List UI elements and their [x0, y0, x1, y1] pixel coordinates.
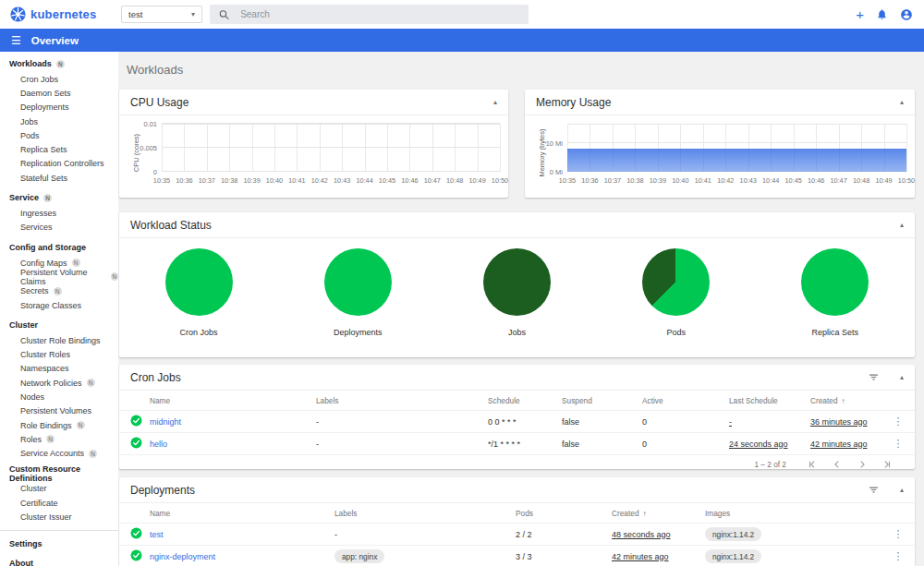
- x-axis-tick: 10:42: [311, 176, 328, 185]
- namespace-selector[interactable]: test ▾: [121, 6, 202, 23]
- sidebar-item-storage-classes[interactable]: Storage Classes: [0, 298, 118, 312]
- sidebar-item-cluster-roles[interactable]: Cluster Roles: [0, 347, 118, 361]
- sort-ascending-icon: ↑: [842, 397, 845, 405]
- column-header-pods[interactable]: Pods: [516, 509, 612, 518]
- sidebar-item-label: Daemon Sets: [20, 89, 71, 98]
- sidebar-item-label: Config Maps: [20, 259, 67, 268]
- table-row[interactable]: hello-*/1 * * * *false024 seconds ago42 …: [119, 432, 915, 454]
- pie-chart: [324, 248, 392, 316]
- sidebar-item-role-bindings[interactable]: Role BindingsN: [0, 418, 118, 432]
- cell-created: 36 minutes ago: [810, 417, 887, 427]
- cell-pods: 2 / 2: [516, 530, 612, 539]
- sidebar-item-jobs[interactable]: Jobs: [0, 114, 118, 128]
- cpu-y-axis-label: CPU (cores): [132, 126, 140, 181]
- column-header-suspend[interactable]: Suspend: [562, 396, 642, 405]
- next-page-icon[interactable]: [857, 460, 867, 469]
- first-page-icon[interactable]: [808, 460, 817, 469]
- collapse-up-icon[interactable]: ▴: [900, 221, 904, 229]
- menu-hamburger-icon[interactable]: ☰: [11, 34, 21, 47]
- sidebar-item-service-accounts[interactable]: Service AccountsN: [0, 447, 118, 461]
- resource-name-link[interactable]: test: [150, 530, 164, 539]
- kubernetes-logo[interactable]: kubernetes: [10, 6, 112, 22]
- x-axis-tick: 10:39: [243, 176, 260, 185]
- resource-name-link[interactable]: nginx-deployment: [150, 552, 215, 561]
- chart-gridline: [274, 124, 275, 172]
- column-header-labels[interactable]: Labels: [334, 509, 516, 518]
- pie-chart-label: Deployments: [334, 328, 383, 337]
- create-plus-icon[interactable]: +: [856, 7, 864, 21]
- sidebar-section-workloads[interactable]: WorkloadsN: [0, 55, 118, 72]
- account-user-icon[interactable]: [900, 8, 913, 21]
- sidebar-item-daemon-sets[interactable]: Daemon Sets: [0, 86, 118, 100]
- x-axis-tick: 10:38: [626, 176, 643, 185]
- x-axis-tick: 10:47: [830, 176, 846, 185]
- search-input[interactable]: [240, 9, 519, 19]
- sidebar-item-persistent-volume-claims[interactable]: Persistent Volume ClaimsN: [0, 270, 118, 283]
- column-header-created[interactable]: Created↑: [612, 509, 705, 518]
- sidebar-item-settings[interactable]: Settings: [0, 535, 118, 554]
- row-menu-ellipsis-icon[interactable]: ⋮: [887, 415, 915, 428]
- resource-name-link[interactable]: hello: [150, 440, 167, 449]
- sort-ascending-icon: ↑: [643, 510, 647, 518]
- pie-chart: [801, 248, 869, 316]
- column-header-last-schedule[interactable]: Last Schedule: [729, 396, 810, 405]
- column-header-images[interactable]: Images: [705, 509, 887, 518]
- column-header-active[interactable]: Active: [642, 396, 729, 405]
- x-axis-tick: 10:41: [695, 176, 711, 185]
- column-header-name[interactable]: Name: [150, 509, 334, 518]
- sidebar-item-certificate[interactable]: Certificate: [0, 496, 118, 510]
- sidebar-item-label: Cluster: [20, 484, 47, 493]
- last-page-icon[interactable]: [882, 460, 892, 469]
- sidebar-section-cluster[interactable]: Cluster: [0, 317, 118, 333]
- sidebar-section-custom-resource-definitions[interactable]: Custom Resource Definitions: [0, 465, 118, 482]
- sidebar-item-stateful-sets[interactable]: Stateful Sets: [0, 171, 118, 185]
- sidebar-item-label: Service Accounts: [20, 449, 84, 458]
- sidebar-item-cluster-role-bindings[interactable]: Cluster Role Bindings: [0, 333, 118, 347]
- table-row[interactable]: nginx-deploymentapp: nginx3 / 342 minute…: [119, 545, 915, 566]
- collapse-up-icon[interactable]: ▴: [900, 373, 904, 381]
- sidebar-section-service[interactable]: ServiceN: [0, 189, 118, 206]
- sidebar-item-replica-sets[interactable]: Replica Sets: [0, 142, 118, 156]
- collapse-up-icon[interactable]: ▴: [900, 98, 904, 106]
- sidebar-item-cluster-issuer[interactable]: Cluster Issuer: [0, 510, 118, 524]
- sidebar-item-nodes[interactable]: Nodes: [0, 390, 118, 403]
- cpu-usage-card: CPU Usage ▴ CPU (cores) 00.0050.01 10:35…: [119, 90, 508, 198]
- column-header-schedule[interactable]: Schedule: [488, 396, 562, 405]
- sidebar-item-ingresses[interactable]: Ingresses: [0, 206, 118, 220]
- table-row[interactable]: test-2 / 248 seconds agonginx:1.14.2⋮: [119, 523, 915, 545]
- sidebar-item-roles[interactable]: RolesN: [0, 432, 118, 446]
- memory-usage-chart: Memory (bytes) 0 Mi10 Mi 10:3510:3610:37…: [525, 115, 915, 197]
- sidebar-item-cron-jobs[interactable]: Cron Jobs: [0, 72, 118, 86]
- y-axis-tick: 0.01: [143, 120, 157, 128]
- x-axis-tick: 10:50: [492, 176, 508, 185]
- row-menu-ellipsis-icon[interactable]: ⋮: [887, 528, 915, 540]
- search-bar[interactable]: [210, 5, 529, 24]
- top-actions: +: [856, 7, 913, 21]
- filter-icon[interactable]: [868, 484, 880, 496]
- sidebar-item-namespaces[interactable]: Namespaces: [0, 362, 118, 376]
- sidebar-item-replication-controllers[interactable]: Replication Controllers: [0, 157, 118, 171]
- row-menu-ellipsis-icon[interactable]: ⋮: [887, 438, 915, 450]
- sidebar-section-config-and-storage[interactable]: Config and Storage: [0, 239, 118, 256]
- chart-gridline: [162, 124, 163, 172]
- column-header-name[interactable]: Name: [150, 396, 316, 405]
- filter-icon[interactable]: [868, 371, 880, 383]
- previous-page-icon[interactable]: [833, 460, 842, 469]
- resource-name-link[interactable]: midnight: [150, 417, 181, 427]
- sidebar-item-pods[interactable]: Pods: [0, 128, 118, 142]
- collapse-up-icon[interactable]: ▴: [900, 486, 904, 494]
- sidebar-item-network-policies[interactable]: Network PoliciesN: [0, 376, 118, 390]
- row-menu-ellipsis-icon[interactable]: ⋮: [887, 550, 915, 562]
- sidebar-item-cluster[interactable]: Cluster: [0, 482, 118, 496]
- sidebar-item-label: Secrets: [20, 286, 49, 295]
- sidebar-item-about[interactable]: About: [0, 554, 118, 566]
- sidebar-item-persistent-volumes[interactable]: Persistent Volumes: [0, 404, 118, 418]
- column-header-labels[interactable]: Labels: [316, 396, 488, 405]
- x-axis-tick: 10:47: [424, 176, 441, 185]
- sidebar-item-services[interactable]: Services: [0, 221, 118, 235]
- column-header-created[interactable]: Created↑: [810, 396, 887, 405]
- table-row[interactable]: midnight-0 0 * * *false0-36 minutes ago⋮: [119, 410, 915, 432]
- collapse-up-icon[interactable]: ▴: [493, 98, 497, 106]
- notifications-bell-icon[interactable]: [876, 8, 888, 20]
- sidebar-item-deployments[interactable]: Deployments: [0, 101, 118, 114]
